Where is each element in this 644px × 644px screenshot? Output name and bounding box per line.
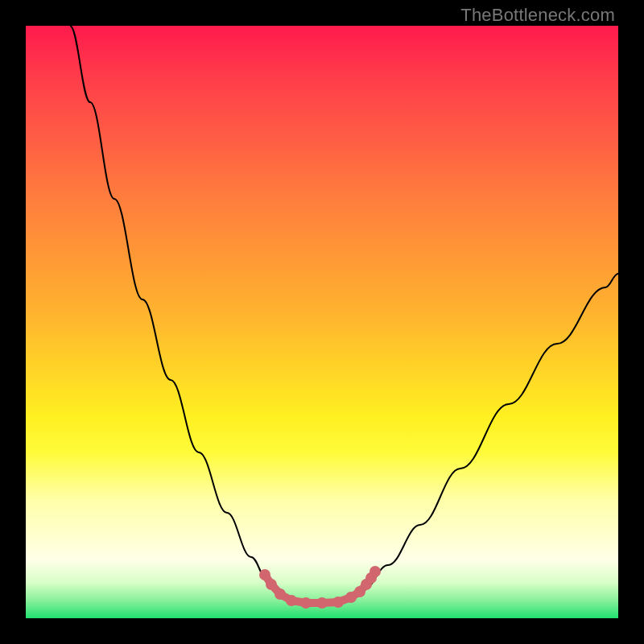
trough-dot <box>300 597 312 609</box>
chart-frame: TheBottleneck.com <box>0 0 644 644</box>
trough-dot <box>332 597 344 608</box>
plot-area <box>26 26 618 618</box>
trough-dot <box>286 595 297 606</box>
trough-dot <box>266 579 277 590</box>
bottleneck-curve <box>70 26 618 603</box>
watermark-text: TheBottleneck.com <box>460 5 615 26</box>
trough-dot <box>259 569 270 580</box>
curve-svg <box>26 26 618 618</box>
trough-dot <box>275 588 286 600</box>
trough-dot <box>369 566 381 577</box>
trough-highlight <box>259 566 381 609</box>
trough-dot <box>316 597 328 609</box>
